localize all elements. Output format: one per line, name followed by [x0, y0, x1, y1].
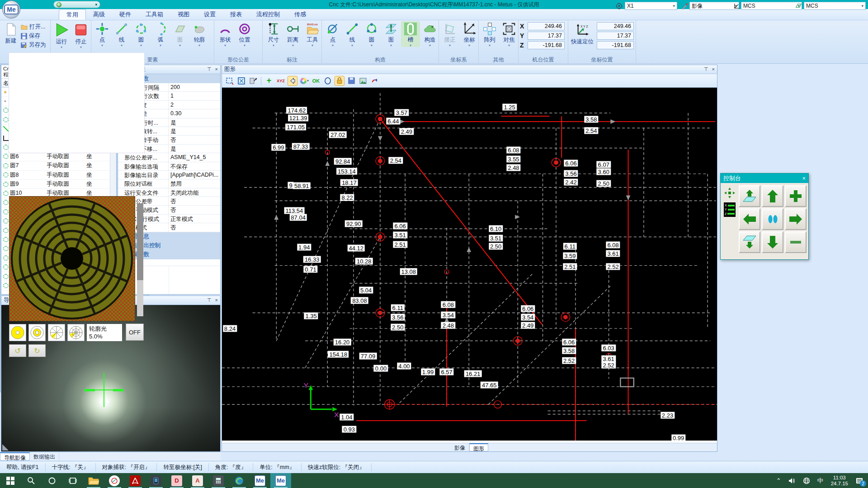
workplane-combo[interactable]: MCS▾ [804, 2, 866, 10]
ribbon-button-点[interactable]: 点▾ [93, 21, 112, 47]
close-icon[interactable]: × [215, 297, 218, 303]
ribbon-button-圆[interactable]: 圆▾ [362, 21, 381, 47]
ribbon-button-线[interactable]: 线▾ [112, 21, 131, 47]
prop-row-形位公差评...[interactable]: 形位公差评...ASME_Y14_5 [118, 153, 220, 162]
prop-row-影像输出选项[interactable]: 影像输出选项不保存 [118, 162, 220, 171]
add-point-icon[interactable]: + [264, 76, 274, 86]
tree-row-圆9[interactable]: 圆9手动取圆坐 [1, 180, 110, 189]
calculator-taskbar-icon[interactable] [208, 473, 229, 488]
notification-center-icon[interactable]: 2 [853, 473, 866, 488]
resize-grip[interactable] [2, 444, 9, 450]
close-icon[interactable]: × [712, 66, 715, 72]
fit-view-icon[interactable] [236, 76, 246, 86]
ribbon-button-圆[interactable]: 圆▾ [132, 21, 151, 47]
pan-view-icon[interactable] [248, 76, 258, 86]
quick-access-dropdown-icon[interactable]: ▾ [95, 2, 97, 7]
ribbon-button-槽[interactable]: 槽▾ [401, 21, 420, 47]
pause-button[interactable] [762, 208, 783, 230]
x-plus-button[interactable] [785, 208, 807, 230]
ok-confirm-icon[interactable]: OK [311, 76, 321, 86]
ribbon-button-点[interactable]: 点▾ [323, 21, 342, 47]
tab-流程控制[interactable]: 流程控制 [249, 9, 287, 20]
snapshot-icon[interactable] [358, 76, 368, 86]
quick-position-button[interactable]: X Y Z 快速定位 [570, 21, 595, 46]
z-down-button[interactable] [739, 231, 760, 253]
speed-minus-button[interactable] [785, 231, 807, 253]
close-icon[interactable]: × [215, 66, 218, 72]
ellipse-icon[interactable] [323, 76, 333, 86]
d-app-taskbar-icon[interactable]: D [166, 473, 187, 488]
ribbon-button-线[interactable]: 线▾ [343, 21, 362, 47]
select-arrow-icon[interactable] [288, 76, 297, 86]
rotate-cw-button[interactable]: ↻ [28, 344, 46, 357]
tab-工具箱[interactable]: 工具箱 [138, 9, 170, 20]
ribbon-button-面[interactable]: 面▾ [382, 21, 401, 47]
ring-light-button[interactable] [28, 324, 46, 341]
coaxial-light-button[interactable] [9, 324, 26, 341]
console-titlebar[interactable]: 控制台 × [721, 174, 808, 183]
stop-button[interactable]: 停止▾ [71, 21, 90, 49]
prop-row-限位对话框[interactable]: 限位对话框禁用 [118, 179, 220, 188]
tree-row-圆6[interactable]: 圆6手动取圆坐 [1, 152, 110, 161]
graphics-canvas[interactable]: Y X 174.62121.39171.0527.023.576.442.491… [222, 88, 717, 441]
xyz-display-icon[interactable]: XYZ [276, 76, 286, 86]
tree-row-圆7[interactable]: 圆7手动取圆坐 [1, 161, 110, 170]
ribbon-button-构造[interactable]: 构造▾ [420, 21, 439, 47]
z-up-button[interactable] [739, 185, 760, 207]
zoom-window-icon[interactable] [225, 76, 235, 86]
speed-plus-button[interactable] [785, 185, 807, 207]
pin-icon[interactable]: ⊤ [207, 66, 212, 72]
metus-active-taskbar-icon[interactable]: Me [270, 473, 291, 488]
ribbon-button-尺寸[interactable]: 尺寸▾ [264, 21, 283, 47]
sensor-combo[interactable]: 影像▾ [689, 2, 739, 10]
x-minus-button[interactable] [739, 208, 760, 230]
ribbon-button-位置[interactable]: 位置▾ [235, 21, 254, 47]
prop-row-影像输出目录[interactable]: 影像输出目录[AppPath]\CADPi... [118, 171, 220, 179]
ribbon-button-对焦[interactable]: 对焦▾ [500, 21, 519, 47]
ribbon-button-距离[interactable]: 距离▾ [283, 21, 302, 47]
multi-ring-light-button[interactable] [67, 324, 85, 341]
coordinate-system-combo[interactable]: MCS▾ [741, 2, 802, 10]
tab-设置[interactable]: 设置 [197, 9, 223, 20]
ribbon-button-坐标[interactable]: 坐标▾ [460, 21, 479, 47]
save-button[interactable]: 保存 [21, 32, 46, 40]
tree-row-圆8[interactable]: 圆8手动取圆坐 [1, 171, 110, 180]
clock[interactable]: 11:03 24.7.15 [827, 473, 852, 488]
lock-icon[interactable] [335, 76, 344, 86]
scrollbar-thumb[interactable] [137, 203, 143, 280]
tab-数据输出[interactable]: 数据输出 [30, 452, 59, 460]
app-menu-button[interactable]: Me [2, 0, 20, 19]
magnification-combo[interactable]: X1▾ [625, 2, 677, 10]
y-plus-button[interactable] [762, 185, 783, 207]
tab-影像[interactable]: 影像 [451, 443, 469, 451]
network-icon[interactable] [800, 473, 813, 488]
tab-视图[interactable]: 视图 [170, 9, 197, 20]
quick-access-orb-icon[interactable] [57, 2, 61, 7]
run-button[interactable]: 运行▾ [52, 21, 71, 49]
ribbon-button-弧[interactable]: 弧▾ [151, 21, 170, 47]
optics-scrollbar[interactable] [137, 203, 143, 316]
light-off-button[interactable]: OFF [126, 324, 144, 341]
redo-icon[interactable] [370, 76, 380, 86]
ribbon-button-摆正[interactable]: 摆正▾ [440, 21, 459, 47]
ring-light-control[interactable] [9, 196, 135, 321]
tray-chevron-icon[interactable]: ⌃ [773, 473, 784, 488]
tab-图形[interactable]: 图形 [469, 443, 488, 451]
tab-导航影像[interactable]: 导航影像 [0, 452, 30, 460]
explorer-taskbar-icon[interactable] [83, 473, 104, 488]
close-icon[interactable]: × [802, 175, 806, 182]
tab-硬件[interactable]: 硬件 [112, 9, 138, 20]
edge-taskbar-icon[interactable] [229, 473, 250, 488]
volume-icon[interactable] [785, 473, 799, 488]
color-wheel-icon[interactable]: ▾ [299, 76, 309, 86]
tab-报表[interactable]: 报表 [223, 9, 249, 20]
open-button[interactable]: 打开... [21, 23, 46, 31]
y-minus-button[interactable] [762, 231, 783, 253]
segment-light-button[interactable] [48, 324, 65, 341]
a-app-taskbar-icon[interactable]: A [187, 473, 208, 488]
phone-app-taskbar-icon[interactable] [146, 473, 166, 488]
ime-indicator[interactable]: 中 [814, 473, 826, 488]
metus-taskbar-icon[interactable]: Me [250, 473, 270, 488]
save-view-icon[interactable] [346, 76, 356, 86]
tab-传感[interactable]: 传感 [287, 9, 313, 20]
